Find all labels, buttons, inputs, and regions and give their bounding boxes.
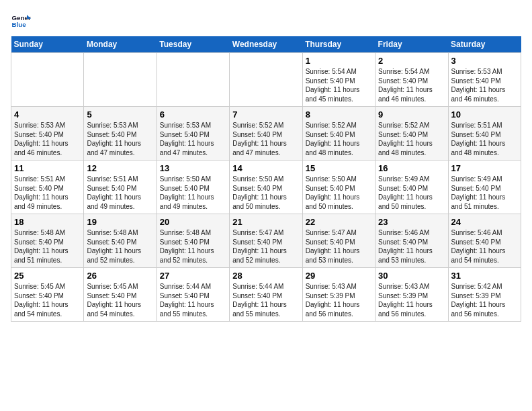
day-number: 23 [378, 217, 445, 227]
day-number: 31 [451, 271, 518, 281]
day-info: Sunrise: 5:42 AM Sunset: 5:39 PM Dayligh… [451, 282, 518, 318]
day-info: Sunrise: 5:53 AM Sunset: 5:40 PM Dayligh… [451, 67, 518, 103]
day-info: Sunrise: 5:51 AM Sunset: 5:40 PM Dayligh… [451, 121, 518, 157]
day-info: Sunrise: 5:47 AM Sunset: 5:40 PM Dayligh… [306, 228, 372, 265]
day-info: Sunrise: 5:47 AM Sunset: 5:40 PM Dayligh… [232, 228, 299, 265]
calendar-cell: 23Sunrise: 5:46 AM Sunset: 5:40 PM Dayli… [375, 214, 448, 268]
day-info: Sunrise: 5:45 AM Sunset: 5:40 PM Dayligh… [87, 282, 153, 318]
day-number: 29 [306, 271, 372, 281]
calendar-cell: 13Sunrise: 5:50 AM Sunset: 5:40 PM Dayli… [157, 161, 229, 214]
calendar-cell: 18Sunrise: 5:48 AM Sunset: 5:40 PM Dayli… [11, 214, 84, 268]
calendar-header: SundayMondayTuesdayWednesdayThursdayFrid… [11, 36, 521, 53]
calendar-cell: 7Sunrise: 5:52 AM Sunset: 5:40 PM Daylig… [230, 107, 302, 161]
col-header-wednesday: Wednesday [230, 36, 302, 53]
day-number: 25 [14, 271, 81, 281]
calendar-week-row: 25Sunrise: 5:45 AM Sunset: 5:40 PM Dayli… [11, 268, 521, 322]
day-info: Sunrise: 5:43 AM Sunset: 5:39 PM Dayligh… [378, 282, 445, 318]
col-header-sunday: Sunday [11, 36, 84, 53]
day-number: 5 [87, 109, 153, 120]
calendar-cell: 17Sunrise: 5:49 AM Sunset: 5:40 PM Dayli… [448, 161, 521, 214]
calendar-cell [157, 53, 229, 107]
calendar-cell: 5Sunrise: 5:53 AM Sunset: 5:40 PM Daylig… [84, 107, 157, 161]
day-number: 2 [378, 56, 445, 66]
day-number: 7 [232, 109, 299, 120]
day-info: Sunrise: 5:44 AM Sunset: 5:40 PM Dayligh… [232, 282, 299, 318]
calendar-cell: 3Sunrise: 5:53 AM Sunset: 5:40 PM Daylig… [448, 53, 521, 107]
day-info: Sunrise: 5:52 AM Sunset: 5:40 PM Dayligh… [378, 121, 445, 157]
day-info: Sunrise: 5:46 AM Sunset: 5:40 PM Dayligh… [378, 228, 445, 265]
calendar-cell: 14Sunrise: 5:50 AM Sunset: 5:40 PM Dayli… [230, 161, 302, 214]
calendar-cell: 24Sunrise: 5:46 AM Sunset: 5:40 PM Dayli… [448, 214, 521, 268]
day-info: Sunrise: 5:46 AM Sunset: 5:40 PM Dayligh… [451, 228, 518, 265]
day-info: Sunrise: 5:50 AM Sunset: 5:40 PM Dayligh… [306, 175, 372, 211]
calendar-cell: 11Sunrise: 5:51 AM Sunset: 5:40 PM Dayli… [11, 161, 84, 214]
col-header-saturday: Saturday [448, 36, 521, 53]
calendar-cell: 10Sunrise: 5:51 AM Sunset: 5:40 PM Dayli… [448, 107, 521, 161]
calendar-cell: 26Sunrise: 5:45 AM Sunset: 5:40 PM Dayli… [84, 268, 157, 322]
day-number: 11 [14, 163, 81, 173]
day-number: 28 [232, 271, 299, 281]
day-number: 15 [306, 163, 372, 173]
day-info: Sunrise: 5:49 AM Sunset: 5:40 PM Dayligh… [378, 175, 445, 211]
logo-icon: General Blue [11, 11, 31, 31]
day-number: 17 [451, 163, 518, 173]
day-info: Sunrise: 5:49 AM Sunset: 5:40 PM Dayligh… [451, 175, 518, 211]
calendar-cell: 21Sunrise: 5:47 AM Sunset: 5:40 PM Dayli… [230, 214, 302, 268]
calendar-cell: 9Sunrise: 5:52 AM Sunset: 5:40 PM Daylig… [375, 107, 448, 161]
calendar-cell: 6Sunrise: 5:53 AM Sunset: 5:40 PM Daylig… [157, 107, 229, 161]
svg-text:Blue: Blue [12, 21, 27, 28]
day-number: 6 [160, 109, 226, 120]
day-number: 27 [160, 271, 226, 281]
day-info: Sunrise: 5:51 AM Sunset: 5:40 PM Dayligh… [87, 175, 153, 211]
calendar-cell: 25Sunrise: 5:45 AM Sunset: 5:40 PM Dayli… [11, 268, 84, 322]
calendar-cell: 16Sunrise: 5:49 AM Sunset: 5:40 PM Dayli… [375, 161, 448, 214]
day-number: 1 [306, 56, 372, 66]
day-number: 18 [14, 217, 81, 227]
calendar-cell [84, 53, 157, 107]
day-info: Sunrise: 5:48 AM Sunset: 5:40 PM Dayligh… [87, 228, 153, 265]
calendar-week-row: 11Sunrise: 5:51 AM Sunset: 5:40 PM Dayli… [11, 161, 521, 214]
day-info: Sunrise: 5:44 AM Sunset: 5:40 PM Dayligh… [160, 282, 226, 318]
calendar-cell: 15Sunrise: 5:50 AM Sunset: 5:40 PM Dayli… [302, 161, 375, 214]
calendar-cell: 30Sunrise: 5:43 AM Sunset: 5:39 PM Dayli… [375, 268, 448, 322]
calendar-cell: 4Sunrise: 5:53 AM Sunset: 5:40 PM Daylig… [11, 107, 84, 161]
day-info: Sunrise: 5:52 AM Sunset: 5:40 PM Dayligh… [306, 121, 372, 157]
calendar-cell [230, 53, 302, 107]
calendar-cell: 31Sunrise: 5:42 AM Sunset: 5:39 PM Dayli… [448, 268, 521, 322]
calendar-week-row: 4Sunrise: 5:53 AM Sunset: 5:40 PM Daylig… [11, 107, 521, 161]
calendar-cell: 1Sunrise: 5:54 AM Sunset: 5:40 PM Daylig… [302, 53, 375, 107]
day-number: 16 [378, 163, 445, 173]
day-info: Sunrise: 5:50 AM Sunset: 5:40 PM Dayligh… [232, 175, 299, 211]
calendar-cell: 2Sunrise: 5:54 AM Sunset: 5:40 PM Daylig… [375, 53, 448, 107]
day-info: Sunrise: 5:53 AM Sunset: 5:40 PM Dayligh… [87, 121, 153, 157]
day-info: Sunrise: 5:54 AM Sunset: 5:40 PM Dayligh… [306, 67, 372, 103]
day-info: Sunrise: 5:51 AM Sunset: 5:40 PM Dayligh… [14, 175, 81, 211]
col-header-monday: Monday [84, 36, 157, 53]
day-number: 30 [378, 271, 445, 281]
day-number: 21 [232, 217, 299, 227]
calendar-cell: 27Sunrise: 5:44 AM Sunset: 5:40 PM Dayli… [157, 268, 229, 322]
day-number: 4 [14, 109, 81, 120]
calendar-table: SundayMondayTuesdayWednesdayThursdayFrid… [11, 36, 521, 322]
day-number: 26 [87, 271, 153, 281]
page-header: General Blue [11, 11, 521, 31]
calendar-cell: 22Sunrise: 5:47 AM Sunset: 5:40 PM Dayli… [302, 214, 375, 268]
day-info: Sunrise: 5:48 AM Sunset: 5:40 PM Dayligh… [160, 228, 226, 265]
col-header-thursday: Thursday [302, 36, 375, 53]
day-number: 14 [232, 163, 299, 173]
day-number: 20 [160, 217, 226, 227]
day-number: 10 [451, 109, 518, 120]
calendar-cell: 28Sunrise: 5:44 AM Sunset: 5:40 PM Dayli… [230, 268, 302, 322]
calendar-cell [11, 53, 84, 107]
day-number: 24 [451, 217, 518, 227]
logo: General Blue [11, 11, 34, 31]
col-header-tuesday: Tuesday [157, 36, 229, 53]
calendar-cell: 29Sunrise: 5:43 AM Sunset: 5:39 PM Dayli… [302, 268, 375, 322]
day-number: 3 [451, 56, 518, 66]
day-number: 19 [87, 217, 153, 227]
day-info: Sunrise: 5:45 AM Sunset: 5:40 PM Dayligh… [14, 282, 81, 318]
calendar-week-row: 18Sunrise: 5:48 AM Sunset: 5:40 PM Dayli… [11, 214, 521, 268]
day-info: Sunrise: 5:50 AM Sunset: 5:40 PM Dayligh… [160, 175, 226, 211]
calendar-cell: 8Sunrise: 5:52 AM Sunset: 5:40 PM Daylig… [302, 107, 375, 161]
col-header-friday: Friday [375, 36, 448, 53]
